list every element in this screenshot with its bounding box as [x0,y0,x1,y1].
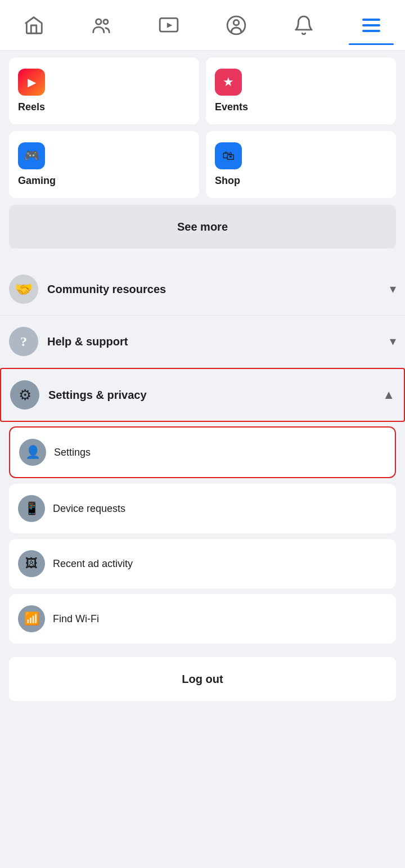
logout-button[interactable]: Log out [9,657,396,701]
app-tile-events[interactable]: Events [206,57,396,124]
settings-item[interactable]: 👤 Settings [9,426,396,478]
nav-home[interactable] [11,6,56,45]
settings-privacy-row[interactable]: ⚙ Settings & privacy ▲ [0,368,405,422]
events-label: Events [215,101,387,113]
settings-sub-items: 👤 Settings 📱 Device requests 🖼 Recent ad… [0,422,405,648]
help-chevron: ▾ [390,334,396,349]
settings-privacy-label: Settings & privacy [48,389,374,402]
find-wifi-icon: 📶 [18,605,45,632]
community-resources-row[interactable]: 🤝 Community resources ▾ [0,263,405,316]
help-label: Help & support [47,335,381,348]
reels-icon [18,69,45,96]
svg-marker-3 [167,23,173,28]
app-tile-shop[interactable]: Shop [206,131,396,198]
app-tile-gaming[interactable]: Gaming [9,131,199,198]
community-chevron: ▾ [390,282,396,296]
nav-menu[interactable] [349,6,394,45]
nav-profile[interactable] [214,6,259,45]
find-wifi-item[interactable]: 📶 Find Wi-Fi [9,594,396,644]
hamburger-icon [362,19,380,32]
see-more-button[interactable]: See more [9,205,396,249]
nav-watch[interactable] [146,6,191,45]
svg-point-0 [96,19,102,24]
shop-label: Shop [215,175,387,187]
gaming-icon [18,142,45,169]
reels-label: Reels [18,101,190,113]
divider-1 [0,258,405,263]
shop-icon [215,142,242,169]
recent-ad-activity-label: Recent ad activity [53,558,133,570]
settings-chevron: ▲ [382,388,395,402]
settings-item-label: Settings [54,447,91,458]
community-label: Community resources [47,283,381,296]
help-icon: ? [9,327,38,356]
recent-ad-icon: 🖼 [18,550,45,577]
nav-notifications[interactable] [281,6,326,45]
svg-point-5 [233,20,239,25]
find-wifi-label: Find Wi-Fi [53,613,99,625]
device-requests-item[interactable]: 📱 Device requests [9,484,396,533]
events-icon [215,69,242,96]
recent-ad-activity-item[interactable]: 🖼 Recent ad activity [9,539,396,588]
device-requests-label: Device requests [53,503,125,515]
top-navigation [0,0,405,51]
community-icon: 🤝 [9,275,38,304]
help-support-row[interactable]: ? Help & support ▾ [0,316,405,368]
gaming-label: Gaming [18,175,190,187]
nav-friends[interactable] [79,6,124,45]
app-tile-reels[interactable]: Reels [9,57,199,124]
settings-person-icon: 👤 [19,439,46,466]
settings-gear-icon: ⚙ [10,380,39,410]
svg-point-1 [104,19,108,24]
app-grid: Reels Events Gaming Shop [0,51,405,205]
device-requests-icon: 📱 [18,495,45,522]
